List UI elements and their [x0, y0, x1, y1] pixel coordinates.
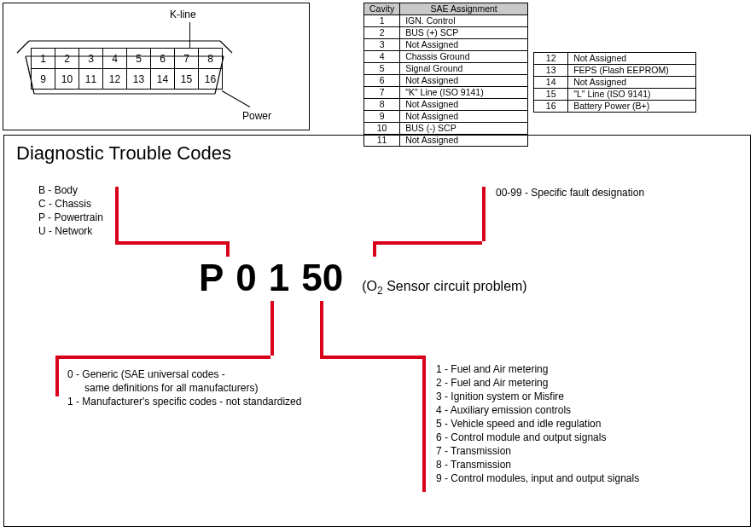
- dtc-title: Diagnostic Trouble Codes: [4, 136, 750, 165]
- system-list: 1 - Fuel and Air metering 2 - Fuel and A…: [436, 362, 639, 485]
- pin-cell: 11: [79, 69, 103, 90]
- code-char-2: 0: [236, 257, 256, 299]
- table-cell: BUS (-) SCP: [400, 123, 528, 135]
- dtc-diagram: Diagnostic Trouble Codes P 0 1 50 (O2 Se…: [3, 135, 751, 527]
- connector-diagram: K-line 1 2 3 4 5 6 7 8: [3, 3, 310, 130]
- table-cell: Chassis Ground: [400, 51, 528, 63]
- table-cell: 12: [534, 53, 568, 65]
- code-char-45: 50: [301, 257, 343, 299]
- table-cell: 16: [534, 101, 568, 113]
- callout-bracket: [422, 356, 426, 492]
- callout-bracket: [55, 356, 59, 396]
- table-cell: Not Assigned: [568, 53, 696, 65]
- table-cell: "L" Line (ISO 9141): [568, 89, 696, 101]
- table-cell: Not Assigned: [568, 77, 696, 89]
- callout-bracket: [55, 356, 270, 359]
- table-cell: Signal Ground: [400, 63, 528, 75]
- pin-cell: 1: [32, 49, 55, 69]
- table-cell: 1: [364, 15, 400, 27]
- pin-cell: 15: [175, 69, 199, 90]
- power-label: Power: [242, 110, 271, 122]
- pin-cell: 4: [103, 49, 127, 69]
- callout-bracket: [115, 241, 226, 245]
- callout-bracket: [373, 241, 376, 257]
- callout-bracket: [115, 187, 119, 241]
- callout-line: [222, 90, 250, 107]
- sae-table-2: 12Not Assigned 13FEPS (Flash EEPROM) 14N…: [533, 52, 696, 113]
- callout-bracket: [226, 241, 230, 257]
- table-cell: "K" Line (ISO 9141): [400, 87, 528, 99]
- callout-bracket: [270, 301, 274, 356]
- table-cell: 7: [364, 87, 400, 99]
- table-cell: 8: [364, 99, 400, 111]
- table-cell: 15: [534, 89, 568, 101]
- callout-bracket: [373, 241, 482, 245]
- table-cell: 10: [364, 123, 400, 135]
- pin-cell: 2: [55, 49, 79, 69]
- table-header: Cavity: [364, 3, 400, 15]
- code-char-3: 1: [269, 257, 289, 299]
- digit2-list: 0 - Generic (SAE universal codes - same …: [67, 367, 358, 408]
- pin-cell: 16: [199, 69, 223, 90]
- table-cell: 13: [534, 65, 568, 77]
- pin-cell: 6: [151, 49, 175, 69]
- pin-cell: 13: [127, 69, 151, 90]
- pin-cell: 7: [175, 49, 199, 69]
- table-cell: 4: [364, 51, 400, 63]
- table-cell: 6: [364, 75, 400, 87]
- callout-bracket: [320, 356, 422, 359]
- kline-label: K-line: [170, 9, 196, 20]
- pin-cell: 14: [151, 69, 175, 90]
- callout-bracket: [482, 187, 486, 241]
- pin-cell: 9: [32, 69, 55, 90]
- table-cell: IGN. Control: [400, 15, 528, 27]
- pin-cell: 5: [127, 49, 151, 69]
- callout-bracket: [320, 301, 323, 356]
- table-cell: FEPS (Flash EEPROM): [568, 65, 696, 77]
- table-cell: Not Assigned: [400, 75, 528, 87]
- dtc-code: P 0 1 50 (O2 Sensor circuit problem): [199, 257, 527, 299]
- table-cell: 9: [364, 111, 400, 123]
- table-cell: Not Assigned: [400, 99, 528, 111]
- table-cell: BUS (+) SCP: [400, 27, 528, 39]
- fault-designation-text: 00-99 - Specific fault designation: [496, 186, 644, 200]
- table-cell: 3: [364, 39, 400, 51]
- table-cell: Battery Power (B+): [568, 101, 696, 113]
- code-char-1: P: [199, 257, 224, 299]
- pin-cell: 12: [103, 69, 127, 90]
- pin-cell: 8: [199, 49, 223, 69]
- table-header: SAE Assignment: [400, 3, 528, 15]
- pin-cell: 3: [79, 49, 103, 69]
- table-cell: 5: [364, 63, 400, 75]
- table-cell: 14: [534, 77, 568, 89]
- table-cell: Not Assigned: [400, 39, 528, 51]
- sae-table-1: CavitySAE Assignment 1IGN. Control 2BUS …: [363, 3, 528, 147]
- connector-pin-grid: 1 2 3 4 5 6 7 8 9 10 11 12 13 14 15: [31, 48, 223, 90]
- callout-line: [189, 22, 190, 48]
- table-cell: 2: [364, 27, 400, 39]
- code-description: (O2 Sensor circuit problem): [362, 279, 526, 297]
- pin-cell: 10: [55, 69, 79, 90]
- svg-line-4: [17, 41, 29, 53]
- table-cell: Not Assigned: [400, 111, 528, 123]
- letters-list: B - Body C - Chassis P - Powertrain U - …: [38, 183, 103, 238]
